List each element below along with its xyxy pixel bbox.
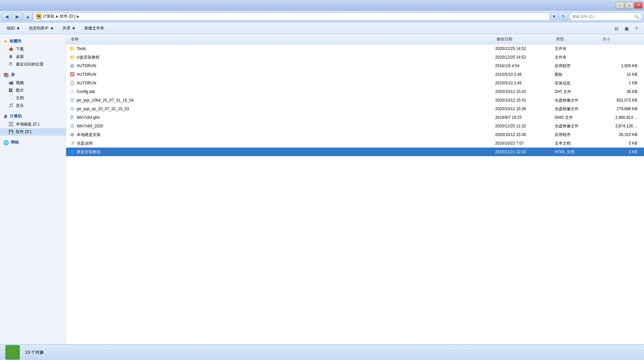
star-icon: ★ [3,39,8,44]
sidebar-header-computer[interactable]: 🖥 计算机 [0,112,66,120]
sidebar-library-label: 库 [11,72,15,78]
sidebar-video-label: 视频 [16,80,24,86]
file-name: AUTORUN [77,81,96,85]
iso-file-icon: 💿 [69,123,75,129]
file-type: 文件夹 [555,55,601,60]
desktop-icon: 🖥 [9,54,14,60]
search-icon[interactable]: 🔍 [634,14,639,19]
file-modified: 2016/1/8 4:54 [495,64,555,68]
sidebar-section-computer: 🖥 计算机 💽 本地磁盘 (C:) 💾 软件 (D:) [0,112,66,136]
status-logo: 🌿 [5,345,20,360]
include-library-dropdown-icon: ▼ [50,26,54,31]
file-type: GHO 文件 [555,115,601,120]
table-row[interactable]: ⚙ AUTORUN 2016/1/8 4:54 应用程序 1,926 KB [66,62,644,70]
table-row[interactable]: 🗄 Win7x64.gho 2019/9/7 19:25 GHO 文件 2,90… [66,113,644,122]
library-icon: 📚 [3,72,9,78]
sidebar-item-drive-c[interactable]: 💽 本地磁盘 (C:) [0,120,66,128]
path-computer: 计算机 [43,14,55,19]
table-row[interactable]: 💿 Win7x64_2020 2020/12/25 11:32 光盘映像文件 3… [66,122,644,130]
file-name-cell: 📋 AUTORUN [69,80,495,86]
close-button[interactable]: ✕ [634,2,643,9]
refresh-button[interactable]: ↻ [559,12,568,21]
col-header-name[interactable]: 名称 [69,36,495,43]
file-modified: 2020/10/12 15:42 [495,89,555,94]
sidebar-item-recent[interactable]: ⏱ 最近访问的位置 [0,61,66,68]
sidebar-section-network: 🌐 网络 [0,138,66,147]
table-row[interactable]: 📄 Config.dat 2020/10/12 15:42 DAT 文件 36 … [66,87,644,96]
minimize-button[interactable]: ─ [616,2,624,9]
organize-dropdown-icon: ▼ [16,26,20,31]
status-text: 13 个对象 [25,349,44,355]
back-button[interactable]: ◀ [2,12,11,21]
document-icon: 📄 [9,96,14,101]
file-name-cell: 🖼 AUTORUN [69,72,495,77]
file-name: Tools [77,46,86,51]
sidebar-item-drive-d[interactable]: 💾 软件 (D:) [0,128,66,136]
drive-c-icon: 💽 [9,122,14,127]
share-button[interactable]: 共享 ▼ [59,24,79,33]
file-name-cell: 💿 Win7x64_2020 [69,123,495,129]
title-bar: ─ □ ✕ [0,0,644,11]
download-icon: 📥 [9,47,14,52]
preview-pane-button[interactable]: ▣ [622,24,631,33]
sidebar-header-library[interactable]: 📚 库 [0,71,66,79]
file-size: 279,696 KB [601,107,641,111]
picture-icon: 🖼 [9,88,14,93]
up-button[interactable]: ▲ [23,12,32,21]
file-modified: 2020/12/25 11:32 [495,124,555,128]
sidebar-favorites-label: 收藏夹 [10,38,21,44]
sidebar-item-download[interactable]: 📥 下载 [0,45,66,53]
table-row[interactable]: 📋 AUTORUN 2015/5/10 2:45 安装信息 1 KB [66,79,644,87]
sidebar-picture-label: 图片 [16,88,24,93]
file-name: pe_yqs_xp_20_07_31_15_53 [77,107,129,111]
col-header-modified[interactable]: 修改日期 [495,36,555,43]
file-modified: 2020/12/25 14:52 [495,55,555,60]
sidebar-section-favorites: ★ 收藏夹 📥 下载 🖥 桌面 ⏱ 最近访问的位置 [0,37,66,68]
table-row[interactable]: 📁 Tools 2020/12/25 14:52 文件夹 [66,44,644,53]
table-row[interactable]: 💿 pe_yqs_1064_20_07_31_16_04 2020/10/12 … [66,96,644,105]
sidebar-item-music[interactable]: 🎵 音乐 [0,102,66,110]
sidebar: ★ 收藏夹 📥 下载 🖥 桌面 ⏱ 最近访问的位置 📚 库 � [0,34,66,344]
file-size: 3 KB [601,150,641,154]
table-row[interactable]: 🌐 硬盘安装教程 2016/11/21 22:03 HTML 文档 3 KB [66,148,644,156]
table-row[interactable]: 💿 pe_yqs_xp_20_07_31_15_53 2020/10/12 15… [66,105,644,113]
table-row[interactable]: 📁 U盘安装教程 2020/12/25 14:52 文件夹 [66,53,644,62]
sidebar-music-label: 音乐 [16,103,24,109]
file-name-cell: 📁 U盘安装教程 [69,55,495,60]
view-toggle-button[interactable]: ⊟ [612,24,621,33]
new-folder-label: 新建文件夹 [84,25,104,31]
share-label: 共享 [63,25,70,31]
computer-icon: 🖥 [3,114,8,119]
file-size: 10 KB [601,72,641,77]
table-row[interactable]: ⚙ 本地硬盘安装 2020/10/12 15:30 应用程序 28,315 KB [66,130,644,139]
col-header-type[interactable]: 类型 [555,36,601,43]
address-path[interactable]: 💻 计算机 ▶ 软件 (D:) ▶ [34,13,549,21]
col-header-size[interactable]: 大小 [601,36,641,43]
address-dropdown-button[interactable]: ▼ [551,13,557,21]
include-library-label: 包含到库中 [29,25,49,31]
file-type: 安装信息 [555,80,601,86]
maximize-button[interactable]: □ [625,2,633,9]
table-row[interactable]: 📝 光盘说明 2016/10/23 7:07 文本文档 5 KB [66,139,644,148]
file-size: 36 KB [601,89,641,94]
search-input[interactable] [572,15,633,19]
file-content-area: 名称 修改日期 类型 大小 📁 Tools 2020/12/25 14:52 文… [66,34,644,344]
file-modified: 2016/11/21 22:03 [495,150,555,154]
sidebar-recent-label: 最近访问的位置 [16,62,44,67]
file-name-cell: 📁 Tools [69,46,495,51]
include-library-button[interactable]: 包含到库中 ▼ [25,24,58,33]
new-folder-button[interactable]: 新建文件夹 [81,24,108,33]
table-row[interactable]: 🖼 AUTORUN 2015/5/10 2:45 图标 10 KB [66,70,644,79]
sidebar-item-desktop[interactable]: 🖥 桌面 [0,53,66,61]
sidebar-header-network[interactable]: 🌐 网络 [0,138,66,147]
sidebar-item-document[interactable]: 📄 文档 [0,94,66,102]
sidebar-item-video[interactable]: 📹 视频 [0,79,66,87]
sidebar-header-favorites[interactable]: ★ 收藏夹 [0,37,66,45]
help-button[interactable]: ? [632,24,641,33]
folder-file-icon: 📁 [69,46,75,51]
forward-button[interactable]: ▶ [13,12,22,21]
organize-button[interactable]: 组织 ▼ [3,24,24,33]
sidebar-item-picture[interactable]: 🖼 图片 [0,87,66,94]
file-type: DAT 文件 [555,89,601,95]
window-controls: ─ □ ✕ [616,2,643,9]
